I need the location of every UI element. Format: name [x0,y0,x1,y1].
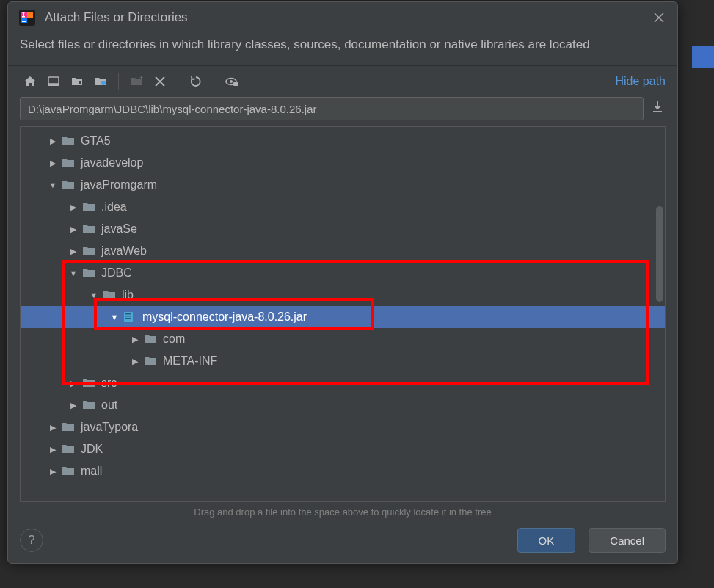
svg-rect-4 [22,12,25,13]
tree-row[interactable]: ▶.idea [21,196,665,218]
chevron-right-icon[interactable]: ▶ [47,423,59,432]
tree-row[interactable]: ▼JDBC [21,262,665,284]
svg-rect-3 [22,16,25,18]
chevron-down-icon[interactable]: ▼ [68,269,79,277]
intellij-icon [18,9,36,26]
folder-icon [82,201,95,213]
tree-row[interactable]: ▶mall [21,460,665,482]
chevron-down-icon[interactable]: ▼ [47,181,59,189]
folder-icon [62,179,75,191]
folder-icon [62,135,75,147]
chevron-right-icon[interactable]: ▶ [68,401,79,410]
tree-row[interactable]: ▶javaTypora [21,416,665,438]
cancel-button[interactable]: Cancel [589,528,666,553]
hide-path-link[interactable]: Hide path [616,75,666,88]
jar-icon [123,311,136,323]
chevron-down-icon[interactable]: ▼ [109,313,120,322]
tree-item-label: mall [81,465,102,478]
refresh-icon[interactable] [186,71,206,92]
chevron-right-icon[interactable]: ▶ [129,335,141,344]
chevron-right-icon[interactable]: ▶ [68,203,79,212]
home-icon[interactable] [20,71,40,92]
tree-item-label: javaPromgarm [81,178,157,192]
svg-rect-5 [48,77,59,84]
chevron-right-icon[interactable]: ▶ [68,247,79,256]
svg-rect-12 [233,82,238,86]
tree-row[interactable]: ▶out [21,394,665,416]
dialog-title: Attach Files or Directories [45,10,648,25]
tree-item-label: src [101,377,117,390]
background-accent [692,46,714,68]
chevron-right-icon[interactable]: ▶ [47,467,59,476]
tree-row[interactable]: ▼lib [21,284,665,306]
chevron-down-icon[interactable]: ▼ [88,291,100,300]
tree-item-label: out [101,399,117,412]
folder-icon [82,399,95,411]
tree-row[interactable]: ▶javaWeb [21,240,665,262]
chevron-right-icon[interactable]: ▶ [47,159,59,168]
show-hidden-icon[interactable] [222,71,242,92]
dialog-button-row: ? OK Cancel [8,520,677,563]
help-button[interactable]: ? [20,529,43,552]
svg-rect-15 [125,316,131,317]
tree-row[interactable]: ▶JDK [21,438,665,460]
tree-item-label: META-INF [163,355,217,368]
new-folder-icon[interactable]: + [126,71,147,92]
folder-icon [82,267,95,279]
project-icon[interactable] [67,71,87,92]
path-row [8,97,677,126]
folder-icon [82,223,95,235]
desktop-icon[interactable] [43,71,64,92]
folder-icon [62,443,75,455]
svg-rect-7 [79,81,81,84]
folder-icon [62,157,75,169]
folder-icon [62,421,75,433]
tree-item-label: mysql-connector-java-8.0.26.jar [142,311,307,324]
chevron-right-icon[interactable]: ▶ [129,357,141,366]
svg-rect-16 [125,318,131,319]
tree-row[interactable]: ▶javadevelop [21,152,665,174]
drag-hint: Drag and drop a file into the space abov… [8,502,677,520]
tree-row[interactable]: ▶GTA5 [21,130,665,152]
svg-rect-6 [48,84,59,86]
tree-item-label: GTA5 [81,134,111,148]
delete-icon[interactable] [150,71,170,92]
folder-icon [82,245,95,257]
tree-item-label: javadevelop [81,156,143,170]
attach-files-dialog: Attach Files or Directories Select files… [7,1,678,564]
path-input[interactable] [20,97,644,120]
chevron-right-icon[interactable]: ▶ [47,445,59,454]
tree-item-label: JDK [81,443,103,456]
chevron-right-icon[interactable]: ▶ [68,379,79,388]
tree-item-label: javaTypora [81,421,138,434]
svg-point-8 [101,81,106,85]
module-icon[interactable] [90,71,111,92]
tree-row[interactable]: ▶META-INF [21,350,665,372]
tree-item-label: javaWeb [101,244,147,258]
tree-row[interactable]: ▶javaSe [21,218,665,240]
svg-rect-2 [23,12,24,16]
tree-item-label: JDBC [101,266,132,280]
file-tree[interactable]: ▶GTA5▶javadevelop▼javaPromgarm▶.idea▶jav… [20,126,666,502]
tree-row[interactable]: ▼mysql-connector-java-8.0.26.jar [21,306,665,328]
ok-button[interactable]: OK [517,528,576,553]
tree-row[interactable]: ▼javaPromgarm [21,174,665,196]
tree-item-label: .idea [101,200,127,214]
dialog-titlebar: Attach Files or Directories [8,2,677,33]
toolbar-separator [214,73,214,90]
tree-row[interactable]: ▶com [21,328,665,350]
download-icon[interactable] [649,101,666,117]
svg-point-11 [230,80,233,83]
svg-text:+: + [139,75,143,81]
close-button[interactable] [648,10,670,26]
toolbar: + Hide path [8,66,677,97]
toolbar-separator [118,73,119,90]
folder-icon [144,355,157,367]
tree-row[interactable]: ▶src [21,372,665,394]
chevron-right-icon[interactable]: ▶ [47,137,59,146]
svg-rect-1 [22,21,26,22]
folder-icon [103,289,116,301]
svg-rect-14 [125,313,131,315]
chevron-right-icon[interactable]: ▶ [68,225,79,234]
tree-item-label: javaSe [101,222,137,236]
